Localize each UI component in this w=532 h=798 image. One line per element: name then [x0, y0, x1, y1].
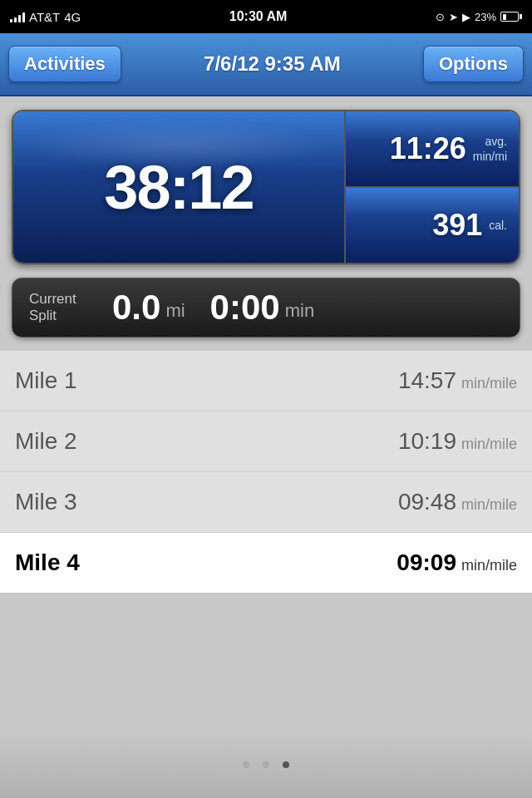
calories-value: 391 — [432, 208, 482, 243]
mile-1-pace: 14:57 — [398, 367, 456, 394]
page-dot-2[interactable] — [263, 761, 269, 768]
mile-row-3: Mile 3 09:48 min/mile — [0, 472, 532, 533]
lock-icon: ⊙ — [436, 11, 445, 23]
carrier-label: AT&T — [29, 10, 60, 24]
network-label: 4G — [64, 10, 81, 24]
play-icon: ▶ — [462, 11, 470, 23]
mile-row-2: Mile 2 10:19 min/mile — [0, 411, 532, 472]
split-time-unit: min — [285, 300, 314, 322]
mile-4-name: Mile 4 — [15, 549, 80, 576]
timer-value: 38:12 — [104, 152, 253, 223]
main-content: 38:12 11:26 avg.min/mi 391 cal. CurrentS… — [0, 110, 532, 593]
mile-1-unit: min/mile — [461, 375, 517, 392]
mile-2-name: Mile 2 — [15, 428, 77, 455]
split-time: 0:00 — [210, 288, 280, 328]
avg-pace-value: 11:26 — [390, 131, 466, 166]
timer-stats: 11:26 avg.min/mi 391 cal. — [344, 111, 519, 263]
page-dot-1[interactable] — [243, 761, 249, 768]
mile-3-pace: 09:48 — [398, 489, 456, 515]
mile-2-unit: min/mile — [461, 436, 517, 453]
mile-3-pace-group: 09:48 min/mile — [398, 489, 517, 515]
signal-icon — [10, 11, 25, 22]
avg-pace-box: 11:26 avg.min/mi — [344, 111, 519, 188]
location-icon: ➤ — [449, 11, 458, 23]
split-label: CurrentSplit — [29, 291, 104, 325]
mile-2-pace-group: 10:19 min/mile — [398, 428, 517, 455]
mile-3-name: Mile 3 — [15, 489, 77, 515]
calories-label: cal. — [489, 218, 507, 233]
nav-title: 7/6/12 9:35 AM — [204, 52, 341, 76]
status-time: 10:30 AM — [229, 9, 288, 24]
mile-1-name: Mile 1 — [15, 367, 77, 394]
activities-button[interactable]: Activities — [8, 46, 121, 82]
mile-row-1: Mile 1 14:57 min/mile — [0, 351, 532, 411]
bottom-area — [0, 732, 532, 798]
mile-4-pace-group: 09:09 min/mile — [397, 549, 517, 576]
mile-4-unit: min/mile — [461, 557, 517, 574]
timer-card: 38:12 11:26 avg.min/mi 391 cal. — [12, 110, 520, 264]
split-distance-unit: mi — [165, 300, 185, 322]
avg-pace-label: avg.min/mi — [473, 134, 507, 164]
mile-1-pace-group: 14:57 min/mile — [398, 367, 517, 394]
mile-3-unit: min/mile — [461, 496, 517, 514]
page-dot-3[interactable] — [283, 761, 289, 768]
status-left: AT&T 4G — [10, 10, 81, 24]
battery-icon — [500, 12, 522, 22]
mile-4-pace: 09:09 — [397, 549, 456, 576]
nav-bar: Activities 7/6/12 9:35 AM Options — [0, 33, 532, 96]
status-right: ⊙ ➤ ▶ 23% — [436, 11, 522, 23]
options-button[interactable]: Options — [423, 46, 524, 82]
current-split-bar: CurrentSplit 0.0 mi 0:00 min — [12, 278, 520, 337]
miles-section: Mile 1 14:57 min/mile Mile 2 10:19 min/m… — [0, 351, 532, 593]
status-bar: AT&T 4G 10:30 AM ⊙ ➤ ▶ 23% — [0, 0, 532, 33]
mile-row-4: Mile 4 09:09 min/mile — [0, 533, 532, 593]
split-distance: 0.0 — [112, 288, 160, 328]
timer-display: 38:12 — [13, 111, 344, 263]
calories-box: 391 cal. — [344, 188, 519, 263]
battery-percent: 23% — [475, 11, 496, 23]
mile-2-pace: 10:19 — [398, 428, 456, 455]
